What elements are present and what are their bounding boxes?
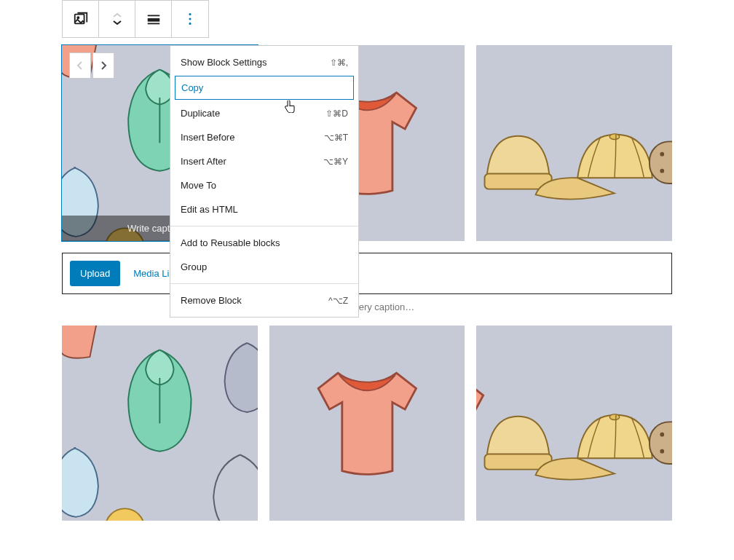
hats-thumbnail (476, 45, 672, 241)
menu-add-reusable[interactable]: Add to Reusable blocks (170, 231, 358, 255)
svg-point-1 (77, 17, 79, 18)
menu-shortcut: ⌥⌘Y (323, 157, 348, 167)
menu-group[interactable]: Group (170, 255, 358, 279)
menu-duplicate[interactable]: Duplicate ⇧⌘D (170, 101, 358, 125)
menu-edit-html[interactable]: Edit as HTML (170, 197, 358, 221)
menu-label: Insert Before (181, 132, 234, 143)
svg-point-17 (660, 152, 665, 157)
upload-button[interactable]: Upload (70, 261, 120, 286)
gallery2-image-tshirt[interactable] (269, 326, 465, 521)
menu-label: Duplicate (181, 108, 220, 119)
media-upload-panel: Upload Media Library (62, 253, 672, 294)
gallery2-image-hoodies[interactable] (62, 326, 258, 521)
menu-copy[interactable]: Copy (175, 76, 354, 100)
tshirt-thumbnail-2 (269, 326, 465, 521)
svg-point-29 (660, 449, 665, 454)
block-type-button[interactable] (63, 1, 99, 37)
chevron-down-icon (113, 20, 122, 25)
menu-label: Group (181, 261, 207, 272)
svg-point-18 (660, 169, 665, 173)
chevron-up-icon (113, 12, 122, 18)
image-nav-arrows (69, 52, 114, 79)
svg-point-5 (189, 13, 191, 15)
menu-label: Remove Block (181, 295, 242, 306)
menu-insert-after[interactable]: Insert After ⌥⌘Y (170, 149, 358, 173)
svg-point-6 (189, 17, 191, 20)
gallery-icon (73, 11, 89, 27)
menu-label: Add to Reusable blocks (181, 237, 280, 248)
svg-point-7 (189, 23, 191, 25)
svg-point-28 (660, 432, 665, 436)
chevron-left-icon (76, 60, 84, 71)
gallery-block-1: Write caption… (62, 45, 672, 241)
hoodies-thumbnail-2 (62, 326, 258, 521)
more-options-button[interactable] (172, 1, 208, 37)
menu-show-block-settings[interactable]: Show Block Settings ⇧⌘, (170, 50, 358, 74)
menu-label: Copy (181, 82, 203, 93)
alignment-button[interactable] (135, 1, 172, 37)
svg-point-15 (610, 134, 620, 140)
menu-label: Insert After (181, 156, 226, 167)
menu-shortcut: ^⌥Z (328, 296, 348, 306)
menu-remove-block[interactable]: Remove Block ^⌥Z (170, 288, 358, 312)
svg-rect-2 (147, 15, 159, 17)
align-wide-icon (146, 11, 162, 27)
menu-move-to[interactable]: Move To (170, 173, 358, 197)
menu-label: Move To (181, 180, 216, 191)
svg-rect-4 (147, 23, 159, 25)
menu-shortcut: ⌥⌘T (324, 133, 348, 143)
gallery-caption-input[interactable]: Write gallery caption… (62, 301, 672, 312)
gallery2-image-hats[interactable] (476, 326, 672, 521)
gallery-image-hats[interactable] (476, 45, 672, 241)
menu-label: Show Block Settings (181, 57, 267, 68)
chevron-right-icon (100, 60, 107, 71)
svg-point-26 (610, 414, 620, 420)
menu-shortcut: ⇧⌘D (325, 109, 348, 119)
svg-rect-3 (147, 18, 159, 22)
block-toolbar (62, 0, 209, 38)
gallery-block-2 (62, 326, 672, 521)
more-vertical-icon (182, 11, 198, 27)
menu-label: Edit as HTML (181, 204, 238, 215)
next-image-button[interactable] (92, 52, 114, 79)
block-options-menu: Show Block Settings ⇧⌘, Copy Duplicate ⇧… (170, 45, 359, 318)
menu-shortcut: ⇧⌘, (330, 58, 348, 68)
hats-thumbnail-2 (476, 326, 672, 521)
prev-image-button[interactable] (69, 52, 91, 79)
move-block-button[interactable] (99, 1, 135, 37)
menu-insert-before[interactable]: Insert Before ⌥⌘T (170, 125, 358, 149)
